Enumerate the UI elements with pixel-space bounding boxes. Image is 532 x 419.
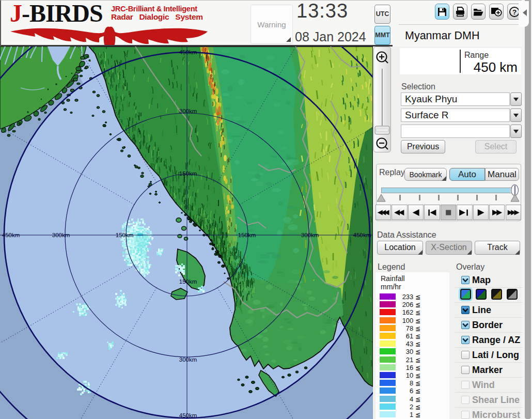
svg-text:150km: 150km [179,278,197,285]
svg-text:150km: 150km [116,232,134,238]
svg-text:150km: 150km [179,170,197,177]
svg-text:450km: 450km [2,232,20,238]
svg-text:450km: 450km [179,49,197,55]
svg-text:450km: 450km [353,232,371,238]
svg-text:300km: 300km [301,232,319,238]
svg-text:450km: 450km [179,412,197,418]
svg-text:300km: 300km [179,356,197,363]
svg-text:?: ? [512,8,517,16]
svg-text:300km: 300km [52,232,70,238]
svg-text:150km: 150km [238,232,256,238]
svg-text:300km: 300km [179,108,197,114]
